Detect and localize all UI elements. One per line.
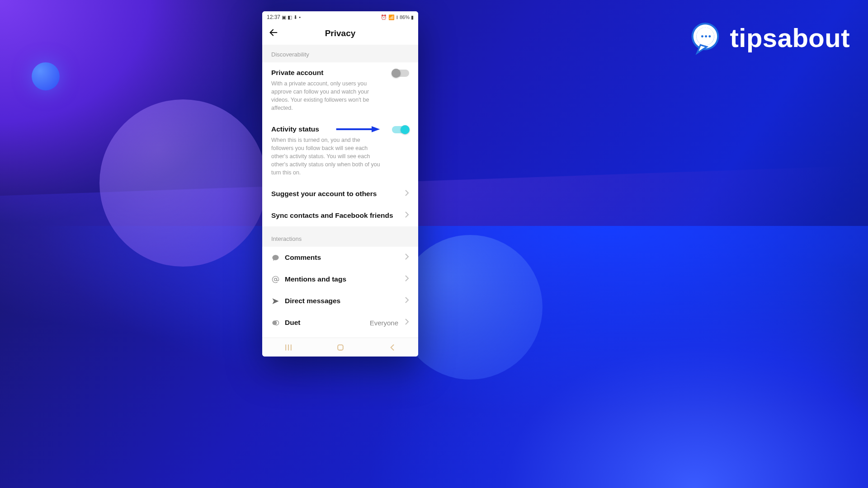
settings-content[interactable]: Discoverability Private account With a p… bbox=[262, 45, 418, 338]
mentions-label: Mentions and tags bbox=[285, 275, 399, 283]
activity-status-description: When this is turned on, you and the foll… bbox=[271, 136, 387, 177]
chevron-right-icon bbox=[405, 296, 409, 305]
row-stitch[interactable]: Stitch Everyone bbox=[262, 333, 418, 338]
row-direct-messages[interactable]: Direct messages bbox=[262, 290, 418, 312]
phone-mockup: 12:37 ▣ ◧ ⬇ • ⏰ 📶 ⫴ 86% ▮ Privacy Discov… bbox=[262, 11, 418, 357]
battery-icon: ▮ bbox=[411, 15, 414, 20]
title-bar: Privacy bbox=[262, 22, 418, 45]
duet-label: Duet bbox=[285, 319, 364, 327]
row-comments[interactable]: Comments bbox=[262, 247, 418, 268]
background-circle bbox=[99, 99, 267, 267]
alarm-icon: ⏰ bbox=[381, 15, 387, 20]
chevron-right-icon bbox=[405, 253, 409, 262]
chevron-right-icon bbox=[405, 275, 409, 284]
annotation-arrow-icon bbox=[335, 125, 381, 131]
back-nav-button[interactable] bbox=[387, 343, 397, 352]
wifi-icon: 📶 bbox=[388, 15, 395, 20]
home-button[interactable] bbox=[335, 343, 345, 352]
svg-marker-7 bbox=[372, 126, 380, 132]
suggest-account-title: Suggest your account to others bbox=[271, 190, 399, 198]
svg-point-8 bbox=[274, 278, 277, 281]
private-account-toggle[interactable] bbox=[392, 70, 409, 77]
background-circle bbox=[398, 235, 542, 380]
chevron-right-icon bbox=[405, 189, 409, 198]
svg-point-2 bbox=[701, 35, 703, 38]
dm-label: Direct messages bbox=[285, 297, 399, 305]
brand-name: tipsabout bbox=[730, 23, 850, 53]
svg-rect-16 bbox=[338, 345, 343, 350]
private-account-title: Private account bbox=[271, 69, 387, 77]
tipsabout-logo-icon bbox=[687, 19, 724, 56]
chevron-right-icon bbox=[405, 211, 409, 220]
recents-button[interactable] bbox=[283, 343, 293, 352]
sync-contacts-title: Sync contacts and Facebook friends bbox=[271, 211, 399, 220]
statusbar-battery: 86% bbox=[400, 14, 410, 20]
statusbar-app-icons: ▣ ◧ ⬇ • bbox=[282, 15, 301, 20]
private-account-description: With a private account, only users you a… bbox=[271, 80, 387, 113]
row-suggest-account[interactable]: Suggest your account to others bbox=[262, 183, 418, 205]
direct-messages-icon bbox=[271, 297, 279, 305]
row-private-account[interactable]: Private account With a private account, … bbox=[262, 62, 418, 119]
svg-point-3 bbox=[705, 35, 707, 38]
android-status-bar: 12:37 ▣ ◧ ⬇ • ⏰ 📶 ⫴ 86% ▮ bbox=[262, 11, 418, 22]
comments-label: Comments bbox=[285, 253, 399, 262]
android-navigation-bar bbox=[262, 338, 418, 357]
brand-logo-container: tipsabout bbox=[687, 19, 850, 56]
duet-value: Everyone bbox=[370, 319, 398, 327]
chevron-right-icon bbox=[405, 318, 409, 327]
row-sync-contacts[interactable]: Sync contacts and Facebook friends bbox=[262, 205, 418, 226]
background-circle bbox=[32, 62, 60, 90]
back-button[interactable] bbox=[269, 28, 278, 39]
page-title: Privacy bbox=[325, 28, 356, 38]
activity-status-toggle[interactable] bbox=[392, 126, 409, 133]
comments-icon bbox=[271, 253, 279, 262]
row-mentions-tags[interactable]: Mentions and tags bbox=[262, 268, 418, 290]
statusbar-time: 12:37 bbox=[267, 14, 280, 20]
signal-icon: ⫴ bbox=[396, 15, 398, 20]
row-duet[interactable]: Duet Everyone bbox=[262, 312, 418, 333]
row-activity-status[interactable]: Activity status When this is turned on, … bbox=[262, 119, 418, 183]
section-header-discoverability: Discoverability bbox=[262, 45, 418, 62]
duet-icon bbox=[271, 319, 279, 327]
section-header-interactions: Interactions bbox=[262, 226, 418, 247]
svg-point-4 bbox=[708, 35, 711, 38]
mentions-icon bbox=[271, 275, 279, 283]
